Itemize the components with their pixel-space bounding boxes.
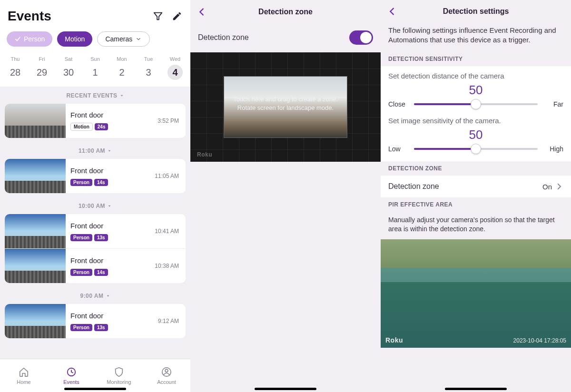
events-list[interactable]: RECENT EVENTS Front door Motion24s 3:52 … (0, 87, 190, 359)
event-duration-tag: 13s (94, 234, 108, 241)
tab-label: Account (157, 379, 176, 385)
clock-icon (66, 367, 77, 377)
back-button[interactable] (383, 2, 402, 21)
pill-motion[interactable]: Motion (57, 31, 92, 47)
settings-intro: The following settings influence Event R… (381, 23, 571, 52)
pill-cameras[interactable]: Cameras (97, 31, 150, 47)
slider-max-label: Far (542, 100, 563, 108)
event-title: Front door (70, 111, 153, 119)
event-duration-tag: 24s (95, 123, 108, 130)
svg-marker-0 (154, 13, 162, 20)
section-zone-head: DETECTION ZONE (381, 161, 571, 176)
tab-label: Events (63, 379, 79, 385)
row-label: Detection zone (388, 182, 542, 191)
day-picker: Thu28Fri29Sat30Sun1Mon2Tue3Wed4 (0, 52, 190, 87)
time-section-header: 10:00 AM (0, 197, 190, 214)
page-title: Detection zone (211, 8, 379, 16)
account-icon (161, 367, 172, 377)
day-number: 3 (141, 65, 156, 80)
events-header: Events (0, 0, 190, 28)
detection-zone-row[interactable]: Detection zone On (381, 176, 571, 197)
home-indicator (64, 388, 126, 390)
event-body: Front door Person14s (66, 253, 155, 280)
image-sens-value: 50 (388, 127, 563, 142)
pill-label: Cameras (105, 35, 132, 43)
slider-max-label: High (542, 145, 563, 153)
svg-marker-4 (107, 295, 109, 297)
topbar: Detection zone (190, 0, 381, 24)
tab-label: Monitoring (107, 379, 131, 385)
day-of-week: Sat (56, 56, 82, 62)
event-time: 9:12 AM (158, 318, 186, 324)
filter-pills: Person Motion Cameras (0, 28, 190, 52)
topbar: Detection settings (381, 0, 571, 23)
day-cell[interactable]: Fri29 (29, 56, 55, 80)
zone-hint: Touch here and drag to create a zone. Ro… (190, 95, 381, 112)
event-type-tag: Person (70, 179, 92, 186)
shield-icon (114, 367, 124, 377)
day-of-week: Fri (29, 56, 55, 62)
svg-marker-3 (108, 206, 111, 207)
distance-slider[interactable] (414, 103, 538, 105)
event-type-tag: Person (70, 324, 92, 331)
tab-monitoring[interactable]: Monitoring (95, 359, 143, 392)
event-thumbnail (5, 159, 66, 193)
day-cell[interactable]: Sun1 (82, 56, 108, 80)
event-body: Front door Person13s (66, 218, 155, 245)
zone-editor[interactable]: Touch here and drag to create a zone. Ro… (190, 52, 381, 162)
time-section-header: 9:00 AM (0, 287, 190, 304)
tab-events[interactable]: Events (48, 359, 95, 392)
sensitivity-block: Set detection distance of the camera 50 … (381, 66, 571, 161)
event-card[interactable]: Front door Person14s 11:05 AM (5, 159, 186, 193)
event-body: Front door Motion24s (66, 107, 158, 135)
tab-label: Home (17, 379, 30, 385)
event-body: Front door Person13s (66, 308, 158, 335)
day-number: 4 (167, 65, 183, 80)
distance-label: Set detection distance of the camera (388, 72, 563, 80)
watermark: Roku (197, 151, 212, 158)
event-card[interactable]: Front door Person13s 10:41 AM (5, 214, 186, 248)
day-of-week: Thu (2, 56, 29, 62)
tab-home[interactable]: Home (0, 359, 48, 392)
day-cell[interactable]: Tue3 (136, 56, 162, 80)
tab-account[interactable]: Account (143, 359, 190, 392)
detection-zone-switch[interactable] (349, 30, 373, 45)
pir-preview: Roku 2023-10-04 17:28:05 (381, 239, 571, 348)
day-of-week: Sun (82, 56, 108, 62)
pill-person[interactable]: Person (7, 31, 52, 47)
event-title: Front door (70, 167, 150, 175)
home-indicator (445, 388, 507, 390)
detection-settings-panel: Detection settings The following setting… (381, 0, 571, 392)
svg-marker-2 (108, 150, 111, 152)
event-time: 10:41 AM (155, 228, 186, 235)
chevron-right-icon (555, 182, 563, 191)
day-cell[interactable]: Sat30 (56, 56, 82, 80)
event-card[interactable]: Front door Person14s 10:38 AM (5, 248, 186, 283)
row-value: On (542, 183, 552, 191)
timestamp: 2023-10-04 17:28:05 (513, 337, 566, 344)
event-type-tag: Person (70, 234, 92, 241)
day-number: 29 (34, 65, 49, 80)
event-type-tag: Motion (70, 123, 93, 131)
time-section-header: 11:00 AM (0, 142, 190, 159)
svg-point-7 (165, 369, 168, 372)
day-cell[interactable]: Mon2 (109, 56, 135, 80)
back-button[interactable] (192, 2, 211, 21)
day-number: 28 (8, 65, 23, 80)
edit-icon[interactable] (171, 10, 183, 22)
event-title: Front door (70, 312, 153, 320)
section-sensitivity: DETECTION SENSITIVITY (381, 52, 571, 66)
pir-overlay (381, 268, 571, 348)
pir-description: Manually adjust your camera's position s… (381, 212, 571, 239)
event-card[interactable]: Front door Motion24s 3:52 PM (5, 104, 186, 138)
event-card[interactable]: Front door Person13s 9:12 AM (5, 304, 186, 338)
watermark: Roku (385, 336, 403, 344)
image-sens-slider[interactable] (414, 148, 538, 150)
day-number: 30 (61, 65, 76, 80)
image-sens-label: Set image sensitivity of the camera. (388, 117, 563, 125)
day-of-week: Tue (136, 56, 162, 62)
day-cell[interactable]: Thu28 (2, 56, 29, 80)
day-cell[interactable]: Wed4 (162, 56, 188, 80)
event-duration-tag: 13s (94, 324, 108, 331)
filter-icon[interactable] (152, 10, 164, 22)
